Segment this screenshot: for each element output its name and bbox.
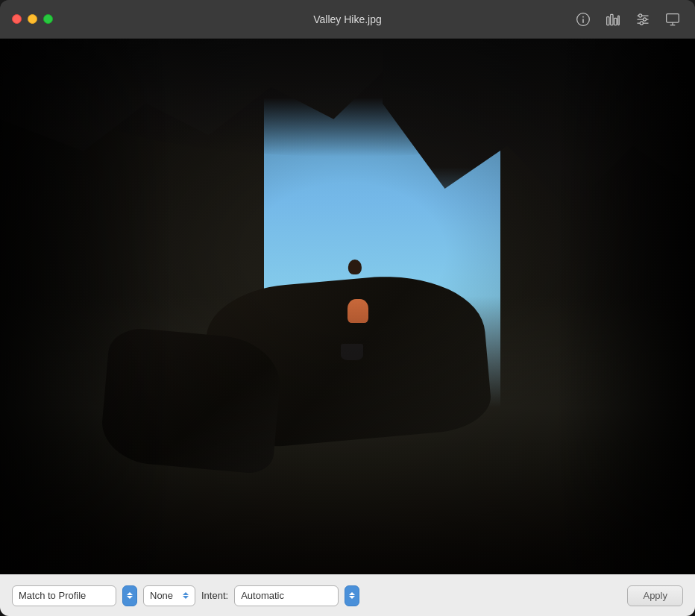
match-profile-stepper[interactable] — [122, 585, 137, 606]
traffic-lights — [12, 14, 53, 24]
svg-rect-13 — [667, 13, 679, 22]
apply-button[interactable]: Apply — [627, 585, 683, 606]
image-container — [0, 39, 695, 574]
titlebar: Valley Hike.jpg — [0, 0, 695, 39]
minimize-button[interactable] — [28, 14, 37, 24]
svg-rect-4 — [611, 14, 613, 25]
info-icon[interactable] — [573, 9, 594, 30]
right-darkness — [556, 39, 695, 574]
image-display — [0, 39, 695, 574]
toolbar-icons — [573, 9, 683, 30]
svg-point-10 — [639, 13, 642, 16]
svg-point-12 — [640, 21, 643, 24]
intent-stepper-up — [349, 592, 355, 595]
app-window: Valley Hike.jpg — [0, 0, 695, 616]
svg-rect-3 — [607, 16, 609, 25]
automatic-label: Automatic — [241, 590, 332, 601]
match-profile-label: Match to Profile — [19, 590, 110, 601]
none-arrow-up — [183, 592, 189, 595]
adjustments-icon[interactable] — [632, 9, 653, 30]
histogram-icon[interactable] — [603, 9, 623, 30]
display-icon[interactable] — [662, 9, 683, 30]
intent-stepper-down — [349, 596, 355, 599]
intent-dropdown[interactable]: Automatic — [234, 585, 339, 606]
left-darkness — [0, 39, 174, 574]
svg-rect-6 — [618, 16, 620, 25]
svg-rect-5 — [614, 18, 617, 25]
intent-stepper[interactable] — [345, 585, 359, 606]
intent-label: Intent: — [201, 590, 228, 601]
close-button[interactable] — [12, 14, 22, 24]
window-title: Valley Hike.jpg — [313, 13, 382, 25]
maximize-button[interactable] — [43, 14, 53, 24]
svg-point-11 — [643, 17, 646, 20]
cave-scene — [0, 39, 695, 574]
stepper-down-arrow — [127, 596, 133, 599]
none-dropdown[interactable]: None — [143, 585, 195, 606]
match-profile-dropdown[interactable]: Match to Profile — [12, 585, 116, 606]
stepper-up-arrow — [127, 592, 133, 595]
bottom-toolbar: Match to Profile None Intent: Automatic … — [0, 574, 695, 616]
none-arrow-down — [183, 596, 189, 599]
none-label: None — [150, 590, 178, 601]
